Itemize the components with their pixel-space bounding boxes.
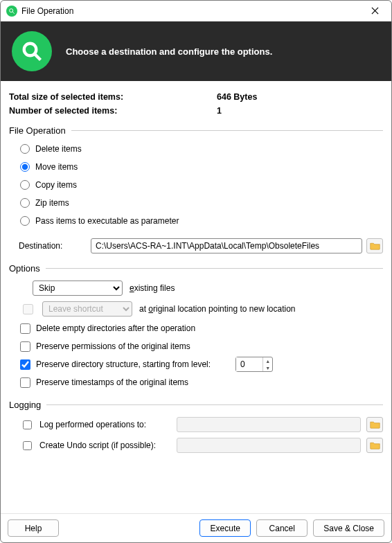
cancel-button[interactable]: Cancel xyxy=(256,519,308,537)
legend-file-operation: File Operation xyxy=(9,125,66,136)
svg-line-5 xyxy=(35,54,40,60)
radio-exec[interactable] xyxy=(20,216,30,226)
banner-text: Choose a destination and configure the o… xyxy=(66,46,272,57)
existing-mode-select[interactable]: Skip xyxy=(33,281,123,296)
app-icon xyxy=(6,6,17,17)
radio-delete[interactable] xyxy=(20,144,30,154)
divider xyxy=(46,268,383,269)
info-size-row: Total size of selected items: 646 Bytes xyxy=(9,92,383,102)
log-ops-label[interactable]: Log performed operations to: xyxy=(39,420,146,429)
preserve-struct-label[interactable]: Preserve directory structure, starting f… xyxy=(36,359,211,369)
execute-button[interactable]: Execute xyxy=(199,519,251,537)
shortcut-label: at original location pointing to new loc… xyxy=(139,304,296,314)
divider xyxy=(46,404,383,405)
svg-line-1 xyxy=(12,12,15,14)
main-content: Total size of selected items: 646 Bytes … xyxy=(1,81,391,513)
struct-level-spinner[interactable]: ▲ ▼ xyxy=(235,357,273,372)
radio-move-label[interactable]: Move items xyxy=(35,162,78,172)
svg-point-4 xyxy=(24,44,37,56)
close-button[interactable] xyxy=(359,1,390,21)
shortcut-select: Leave shortcut xyxy=(42,301,132,317)
section-options: Options Skip existing files Leave shortc… xyxy=(9,263,383,390)
existing-files-label: existing files xyxy=(130,283,175,293)
radio-exec-label[interactable]: Pass items to executable as parameter xyxy=(35,216,179,226)
radio-zip[interactable] xyxy=(20,198,30,208)
delete-empty-label[interactable]: Delete empty directories after the opera… xyxy=(36,323,195,333)
divider xyxy=(71,130,383,131)
preserve-ts-label[interactable]: Preserve timestamps of the original item… xyxy=(36,377,188,387)
destination-input[interactable] xyxy=(91,238,362,253)
help-button[interactable]: Help xyxy=(8,519,59,537)
undo-path-input xyxy=(177,438,361,453)
info-count-row: Number of selected items: 1 xyxy=(9,106,383,116)
search-icon xyxy=(12,31,52,71)
shortcut-checkbox xyxy=(23,304,33,314)
save-close-button[interactable]: Save & Close xyxy=(313,519,384,537)
legend-options: Options xyxy=(9,263,40,274)
destination-browse-button[interactable] xyxy=(366,238,383,253)
radio-zip-label[interactable]: Zip items xyxy=(35,198,69,208)
preserve-perm-label[interactable]: Preserve permissions of the original ite… xyxy=(36,341,190,351)
info-size-label: Total size of selected items: xyxy=(9,92,217,102)
banner: Choose a destination and configure the o… xyxy=(1,21,391,81)
titlebar: File Operation xyxy=(1,1,391,21)
destination-label: Destination: xyxy=(19,241,87,251)
radio-copy-label[interactable]: Copy items xyxy=(35,180,77,190)
info-size-value: 646 Bytes xyxy=(217,92,383,102)
log-ops-browse-button[interactable] xyxy=(366,417,383,432)
preserve-ts-checkbox[interactable] xyxy=(20,377,30,388)
folder-icon xyxy=(370,420,380,429)
preserve-struct-checkbox[interactable] xyxy=(20,359,30,370)
folder-icon xyxy=(370,441,380,449)
info-count-label: Number of selected items: xyxy=(9,106,217,116)
undo-browse-button[interactable] xyxy=(366,438,383,453)
radio-copy[interactable] xyxy=(20,180,30,190)
spinner-up[interactable]: ▲ xyxy=(263,357,272,364)
svg-point-0 xyxy=(10,8,13,12)
window-title: File Operation xyxy=(21,6,359,16)
struct-level-input[interactable] xyxy=(236,357,262,371)
undo-label[interactable]: Create Undo script (if possible): xyxy=(39,440,156,450)
radio-move[interactable] xyxy=(20,162,30,172)
info-count-value: 1 xyxy=(217,106,383,116)
footer: Help Execute Cancel Save & Close xyxy=(1,513,391,542)
legend-logging: Logging xyxy=(9,400,41,410)
section-file-operation: File Operation Delete items Move items C… xyxy=(9,125,383,253)
preserve-perm-checkbox[interactable] xyxy=(20,341,30,352)
folder-icon xyxy=(370,242,380,250)
spinner-down[interactable]: ▼ xyxy=(263,364,272,371)
log-ops-path-input xyxy=(177,417,361,432)
delete-empty-checkbox[interactable] xyxy=(20,323,30,334)
radio-delete-label[interactable]: Delete items xyxy=(35,144,82,154)
section-logging: Logging Log performed operations to: Cre… xyxy=(9,400,383,454)
undo-checkbox[interactable] xyxy=(23,441,32,450)
log-ops-checkbox[interactable] xyxy=(23,420,32,429)
